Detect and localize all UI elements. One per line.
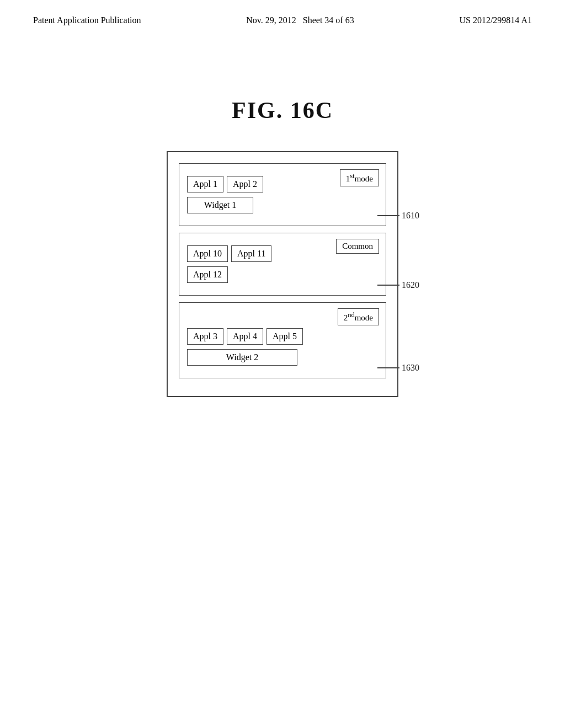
appl10-box: Appl 10 [187, 245, 228, 262]
ref-1620-label: 1620 [402, 280, 419, 290]
appl12-box: Appl 12 [187, 266, 228, 283]
mode-1610-box: 1stmode [340, 169, 379, 186]
mode-1630-sup: nd [348, 311, 355, 319]
diagram-area: 1stmode Appl 1 Appl 2 Widget 1 1610 [167, 151, 398, 397]
appl4-box: Appl 4 [227, 328, 263, 345]
ref-1610: 1610 [377, 211, 419, 221]
section-1630: 2ndmode Appl 3 Appl 4 Appl 5 Widget 2 [179, 302, 386, 378]
section-1630-row2: Widget 2 [187, 349, 378, 366]
appl11-box: Appl 11 [231, 245, 271, 262]
appl1-box: Appl 1 [187, 176, 223, 192]
section-1620: Common Appl 10 Appl 11 Appl 12 [179, 233, 386, 296]
header-left: Patent Application Publication [33, 15, 141, 25]
ref-1610-label: 1610 [402, 211, 419, 221]
section-1610-row2: Widget 1 [187, 197, 378, 213]
section-1620-row2: Appl 12 [187, 266, 378, 283]
mode-1620-box: Common [336, 239, 379, 254]
page-header: Patent Application Publication Nov. 29, … [0, 0, 565, 25]
appl5-box: Appl 5 [266, 328, 303, 345]
section-1620-wrapper: Common Appl 10 Appl 11 Appl 12 1620 [179, 233, 386, 296]
section-1610-wrapper: 1stmode Appl 1 Appl 2 Widget 1 1610 [179, 163, 386, 226]
mode-1610-suffix: mode [355, 174, 373, 183]
ref-1630-label: 1630 [402, 363, 419, 373]
mode-1610-sup: st [350, 172, 354, 180]
ref-1630: 1630 [377, 363, 419, 373]
appl3-box: Appl 3 [187, 328, 223, 345]
figure-title: FIG. 16C [0, 97, 565, 124]
appl2-box: Appl 2 [227, 176, 263, 192]
mode-1630-box: 2ndmode [338, 308, 379, 325]
section-1630-wrapper: 2ndmode Appl 3 Appl 4 Appl 5 Widget 2 16… [179, 302, 386, 378]
section-1630-row1: Appl 3 Appl 4 Appl 5 [187, 328, 378, 345]
widget2-box: Widget 2 [187, 349, 297, 366]
outer-box: 1stmode Appl 1 Appl 2 Widget 1 1610 [167, 151, 398, 397]
header-center: Nov. 29, 2012 Sheet 34 of 63 [246, 15, 354, 25]
ref-1620: 1620 [377, 280, 419, 290]
mode-1620-label: Common [342, 242, 373, 250]
mode-1630-suffix: mode [355, 313, 373, 322]
section-1610: 1stmode Appl 1 Appl 2 Widget 1 [179, 163, 386, 226]
header-right: US 2012/299814 A1 [459, 15, 532, 25]
widget1-box: Widget 1 [187, 197, 253, 213]
